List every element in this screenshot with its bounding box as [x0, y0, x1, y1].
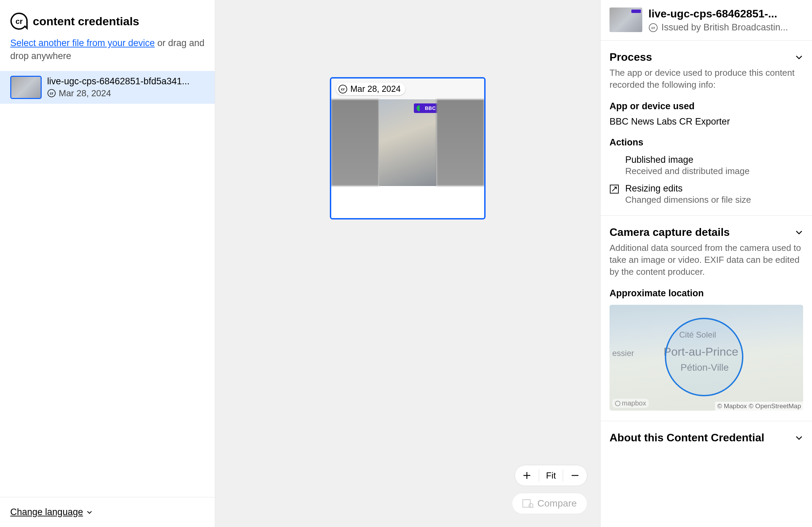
chevron-down-icon	[86, 509, 93, 515]
change-language-button[interactable]: Change language	[10, 507, 93, 517]
canvas-viewport[interactable]: cr Mar 28, 2024 BBC VERIFY	[215, 0, 600, 527]
panel-title: live-ugc-cps-68462851-...	[648, 8, 803, 20]
brand-name: content credentials	[33, 15, 139, 28]
asset-date: Mar 28, 2024	[350, 84, 401, 94]
camera-header[interactable]: Camera capture details	[610, 226, 803, 239]
chevron-down-icon	[795, 228, 803, 237]
about-section: About this Content Credential	[601, 421, 812, 454]
app-used-value: BBC News Labs CR Exporter	[610, 116, 803, 127]
map-label: essier	[612, 348, 634, 358]
asset-image: BBC VERIFY	[331, 99, 484, 186]
cr-badge-icon: cr	[47, 89, 56, 98]
process-title: Process	[610, 51, 652, 63]
file-name: live-ugc-cps-68462851-bfd5a341...	[47, 76, 190, 87]
svg-text:cr: cr	[50, 91, 54, 95]
file-thumbnail	[10, 76, 42, 99]
panel-thumbnail	[610, 8, 642, 32]
compare-icon	[522, 499, 533, 508]
zoom-controls: Fit	[515, 465, 587, 486]
action-item: Resizing edits Changed dimensions or fil…	[610, 183, 803, 205]
asset-footer-blank	[331, 186, 484, 218]
content-credentials-logo-icon: cr	[10, 12, 28, 30]
asset-date-badge: cr Mar 28, 2024	[336, 83, 405, 95]
asset-card[interactable]: cr Mar 28, 2024 BBC VERIFY	[330, 77, 486, 219]
cr-badge-icon: cr	[648, 23, 658, 32]
zoom-in-button[interactable]	[515, 465, 539, 486]
action-title: Resizing edits	[625, 183, 751, 194]
about-header[interactable]: About this Content Credential	[610, 431, 803, 444]
select-file-link[interactable]: Select another file from your device	[10, 38, 155, 48]
svg-text:cr: cr	[341, 87, 345, 91]
map-radius-circle	[665, 318, 743, 396]
camera-desc: Additional data sourced from the camera …	[610, 242, 803, 278]
camera-section: Camera capture details Additional data s…	[601, 216, 812, 421]
left-sidebar: cr content credentials Select another fi…	[0, 0, 215, 527]
actions-label: Actions	[610, 137, 803, 148]
image-center: BBC VERIFY	[379, 99, 436, 186]
svg-text:cr: cr	[16, 17, 23, 26]
mapbox-icon	[615, 401, 620, 406]
svg-text:cr: cr	[651, 25, 655, 30]
asset-header: cr Mar 28, 2024	[331, 79, 484, 99]
file-item[interactable]: live-ugc-cps-68462851-bfd5a341... cr Mar…	[0, 71, 215, 104]
map-logo: mapbox	[612, 399, 649, 408]
camera-title: Camera capture details	[610, 226, 730, 239]
action-sub: Changed dimensions or file size	[625, 195, 751, 205]
file-meta: live-ugc-cps-68462851-bfd5a341... cr Mar…	[47, 76, 190, 99]
process-desc: The app or device used to produce this c…	[610, 67, 803, 91]
upload-instructions: Select another file from your device or …	[0, 37, 215, 63]
file-list: live-ugc-cps-68462851-bfd5a341... cr Mar…	[0, 71, 215, 104]
minus-icon	[571, 471, 579, 480]
map-attribution: © Mapbox © OpenStreetMap	[715, 402, 803, 411]
sidebar-footer: Change language	[0, 497, 215, 527]
location-label: Approximate location	[610, 288, 803, 299]
resize-icon	[610, 184, 619, 194]
image-blur-left	[331, 99, 379, 186]
canvas: cr Mar 28, 2024 BBC VERIFY	[215, 0, 600, 527]
zoom-out-button[interactable]	[563, 465, 587, 486]
verify-dot-icon	[417, 105, 423, 111]
about-title: About this Content Credential	[610, 431, 764, 444]
brand-row: cr content credentials	[0, 0, 215, 37]
action-item: Published image Received and distributed…	[610, 155, 803, 176]
plus-icon	[522, 471, 531, 480]
action-sub: Received and distributed image	[625, 166, 750, 176]
zoom-fit-button[interactable]: Fit	[539, 470, 563, 481]
chevron-down-icon	[795, 434, 803, 442]
cr-badge-icon: cr	[338, 84, 348, 94]
app-used-label: App or device used	[610, 101, 803, 112]
process-section: Process The app or device used to produc…	[601, 41, 812, 216]
panel-header: live-ugc-cps-68462851-... cr Issued by B…	[601, 0, 812, 41]
svg-point-10	[615, 401, 620, 406]
process-header[interactable]: Process	[610, 51, 803, 63]
action-title: Published image	[625, 155, 750, 165]
image-blur-right	[436, 99, 484, 186]
change-language-label: Change language	[10, 507, 83, 517]
file-date: Mar 28, 2024	[59, 88, 111, 99]
chevron-down-icon	[795, 53, 803, 61]
location-map[interactable]: essier Cité Soleil Port-au-Prince Pétion…	[610, 305, 803, 411]
details-panel: live-ugc-cps-68462851-... cr Issued by B…	[600, 0, 812, 527]
compare-button[interactable]: Compare	[512, 493, 587, 514]
issued-by: Issued by British Broadcastin...	[661, 22, 788, 33]
canvas-controls: Fit Compare	[512, 465, 587, 514]
compare-label: Compare	[537, 498, 577, 509]
